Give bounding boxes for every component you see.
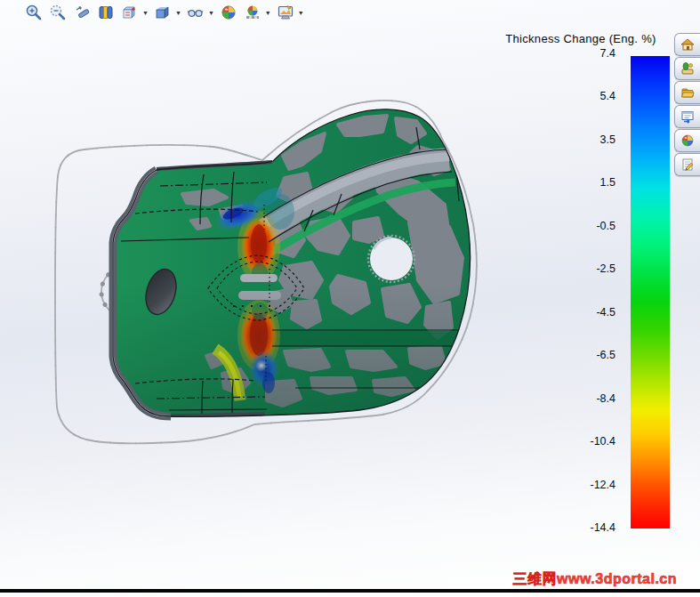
part-thickness-result[interactable]	[107, 107, 480, 427]
legend-tick: -10.4	[591, 435, 616, 448]
zoom-in-magnifier-icon	[25, 4, 43, 21]
legend-tick: -14.4	[591, 521, 616, 534]
display-style-dropdown[interactable]: ▼	[175, 2, 181, 23]
task-pane-file-explorer-tab[interactable]	[674, 81, 700, 104]
zoom-to-area-button[interactable]	[47, 2, 68, 23]
apply-scene-dropdown[interactable]: ▼	[265, 2, 271, 23]
task-pane-design-library-tab[interactable]	[674, 57, 700, 80]
view-palette-icon	[680, 109, 695, 124]
task-pane-custom-properties-tab[interactable]	[674, 153, 700, 176]
bottom-black-bar	[0, 589, 700, 593]
task-pane-appearances-tab[interactable]	[674, 129, 700, 152]
glasses-icon	[187, 4, 205, 21]
custom-properties-icon	[680, 157, 695, 172]
design-library-icon	[680, 61, 695, 76]
legend-title: Thickness Change (Eng. %)	[484, 32, 678, 45]
task-pane-tabs	[674, 33, 700, 176]
apply-scene-button[interactable]	[242, 2, 263, 23]
legend-tick: -8.4	[596, 392, 616, 405]
legend-tick: -12.4	[591, 479, 616, 491]
view-settings-button[interactable]	[275, 2, 296, 23]
legend-tick: 7.4	[600, 47, 616, 60]
appearances-ball-icon	[680, 133, 695, 148]
task-pane-home-tab[interactable]	[674, 33, 700, 56]
zoom-to-selection-button[interactable]	[71, 2, 93, 23]
section-view-button[interactable]	[95, 2, 117, 23]
edit-appearance-button[interactable]	[218, 2, 239, 23]
display-style-button[interactable]	[152, 2, 173, 23]
hide-show-items-dropdown[interactable]: ▼	[208, 2, 214, 23]
legend-ticks: 7.45.43.51.5-0.5-2.5-4.5-6.5-8.4-10.4-12…	[566, 47, 616, 534]
folder-icon	[680, 85, 695, 100]
appearance-ball-icon	[220, 4, 237, 21]
legend-tick: 3.5	[600, 133, 616, 146]
legend-tick: -0.5	[596, 220, 616, 232]
hide-show-items-button[interactable]	[185, 2, 206, 23]
home-icon	[680, 37, 695, 52]
task-pane-view-palette-tab[interactable]	[674, 105, 700, 128]
view-orientation-dropdown[interactable]: ▼	[142, 2, 149, 23]
legend-tick: -6.5	[596, 349, 616, 361]
legend-tick: -4.5	[596, 306, 616, 319]
section-view-icon	[97, 4, 115, 21]
view-toolbar: ▼ ▼ ▼	[23, 2, 305, 23]
zoom-in-button[interactable]	[23, 2, 44, 23]
legend-tick: 1.5	[600, 176, 616, 189]
view-orientation-button[interactable]	[119, 2, 141, 23]
zoom-area-magnifier-icon	[49, 4, 67, 21]
legend-tick: 5.4	[600, 90, 616, 102]
watermark-text: 三维网www.3dportal.cn	[513, 570, 677, 589]
view-settings-dropdown[interactable]: ▼	[298, 2, 304, 23]
legend-colorbar	[631, 56, 670, 528]
apply-scene-ball-icon	[244, 4, 261, 21]
display-style-cube-icon	[154, 4, 172, 21]
view-orientation-cube-icon	[121, 4, 139, 21]
zoom-wand-icon	[73, 4, 91, 21]
legend-tick: -2.5	[596, 262, 616, 275]
view-settings-monitor-icon	[277, 4, 294, 21]
